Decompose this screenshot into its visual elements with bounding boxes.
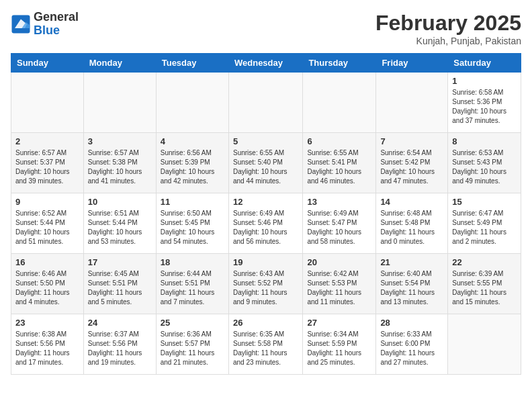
calendar-cell: 3Sunrise: 6:57 AM Sunset: 5:38 PM Daylig… (83, 133, 156, 193)
day-number: 17 (88, 257, 152, 267)
day-number: 13 (307, 197, 371, 207)
calendar-cell (228, 73, 302, 133)
calendar-cell: 27Sunrise: 6:34 AM Sunset: 5:59 PM Dayli… (303, 314, 376, 375)
day-number: 27 (307, 318, 371, 328)
calendar-cell (83, 73, 156, 133)
day-number: 18 (161, 257, 224, 267)
day-info: Sunrise: 6:39 AM Sunset: 5:55 PM Dayligh… (452, 269, 517, 307)
calendar-cell: 26Sunrise: 6:35 AM Sunset: 5:58 PM Dayli… (228, 314, 302, 375)
calendar-cell: 24Sunrise: 6:37 AM Sunset: 5:56 PM Dayli… (83, 314, 156, 375)
calendar-cell: 11Sunrise: 6:50 AM Sunset: 5:45 PM Dayli… (156, 193, 228, 254)
day-info: Sunrise: 6:57 AM Sunset: 5:37 PM Dayligh… (15, 148, 79, 186)
day-info: Sunrise: 6:35 AM Sunset: 5:58 PM Dayligh… (233, 330, 298, 367)
day-number: 2 (15, 136, 79, 146)
calendar-cell: 13Sunrise: 6:49 AM Sunset: 5:47 PM Dayli… (303, 193, 376, 254)
day-number: 5 (233, 136, 298, 146)
calendar-cell: 7Sunrise: 6:54 AM Sunset: 5:42 PM Daylig… (376, 133, 448, 193)
day-number: 26 (233, 318, 298, 328)
calendar-cell: 16Sunrise: 6:46 AM Sunset: 5:50 PM Dayli… (11, 254, 84, 314)
day-number: 7 (380, 136, 443, 146)
page-header: General Blue February 2025 Kunjah, Punja… (11, 11, 521, 46)
day-info: Sunrise: 6:55 AM Sunset: 5:41 PM Dayligh… (307, 148, 371, 186)
day-number: 10 (88, 197, 152, 207)
calendar-cell: 25Sunrise: 6:36 AM Sunset: 5:57 PM Dayli… (156, 314, 228, 375)
calendar-cell: 22Sunrise: 6:39 AM Sunset: 5:55 PM Dayli… (448, 254, 521, 314)
day-info: Sunrise: 6:53 AM Sunset: 5:43 PM Dayligh… (452, 148, 517, 186)
logo-icon (11, 14, 31, 34)
day-number: 20 (307, 257, 371, 267)
calendar-cell (156, 73, 228, 133)
day-info: Sunrise: 6:37 AM Sunset: 5:56 PM Dayligh… (88, 330, 152, 367)
calendar-week-row: 23Sunrise: 6:38 AM Sunset: 5:56 PM Dayli… (11, 314, 521, 375)
day-number: 25 (161, 318, 224, 328)
location: Kunjah, Punjab, Pakistan (375, 36, 521, 46)
calendar-week-row: 2Sunrise: 6:57 AM Sunset: 5:37 PM Daylig… (11, 133, 521, 193)
day-info: Sunrise: 6:49 AM Sunset: 5:47 PM Dayligh… (307, 209, 371, 246)
day-number: 15 (452, 197, 517, 207)
calendar-cell (303, 73, 376, 133)
calendar-week-row: 16Sunrise: 6:46 AM Sunset: 5:50 PM Dayli… (11, 254, 521, 314)
day-info: Sunrise: 6:48 AM Sunset: 5:48 PM Dayligh… (380, 209, 443, 246)
day-info: Sunrise: 6:58 AM Sunset: 5:36 PM Dayligh… (452, 88, 517, 126)
day-info: Sunrise: 6:36 AM Sunset: 5:57 PM Dayligh… (161, 330, 224, 367)
day-number: 6 (307, 136, 371, 146)
calendar-table: SundayMondayTuesdayWednesdayThursdayFrid… (11, 53, 521, 375)
day-number: 19 (233, 257, 298, 267)
logo-blue: Blue (34, 24, 79, 38)
day-info: Sunrise: 6:50 AM Sunset: 5:45 PM Dayligh… (161, 209, 224, 246)
day-number: 8 (452, 136, 517, 146)
calendar-cell: 6Sunrise: 6:55 AM Sunset: 5:41 PM Daylig… (303, 133, 376, 193)
day-info: Sunrise: 6:56 AM Sunset: 5:39 PM Dayligh… (161, 148, 224, 186)
weekday-header-tuesday: Tuesday (156, 54, 228, 73)
calendar-cell: 21Sunrise: 6:40 AM Sunset: 5:54 PM Dayli… (376, 254, 448, 314)
calendar-cell: 15Sunrise: 6:47 AM Sunset: 5:49 PM Dayli… (448, 193, 521, 254)
calendar-cell (11, 73, 84, 133)
weekday-header-wednesday: Wednesday (228, 54, 302, 73)
calendar-week-row: 9Sunrise: 6:52 AM Sunset: 5:44 PM Daylig… (11, 193, 521, 254)
calendar-cell: 14Sunrise: 6:48 AM Sunset: 5:48 PM Dayli… (376, 193, 448, 254)
day-number: 21 (380, 257, 443, 267)
calendar-week-row: 1Sunrise: 6:58 AM Sunset: 5:36 PM Daylig… (11, 73, 521, 133)
day-info: Sunrise: 6:38 AM Sunset: 5:56 PM Dayligh… (15, 330, 79, 367)
calendar-cell: 17Sunrise: 6:45 AM Sunset: 5:51 PM Dayli… (83, 254, 156, 314)
day-number: 9 (15, 197, 79, 207)
day-info: Sunrise: 6:43 AM Sunset: 5:52 PM Dayligh… (233, 269, 298, 307)
calendar-cell: 2Sunrise: 6:57 AM Sunset: 5:37 PM Daylig… (11, 133, 84, 193)
calendar-cell: 4Sunrise: 6:56 AM Sunset: 5:39 PM Daylig… (156, 133, 228, 193)
day-info: Sunrise: 6:42 AM Sunset: 5:53 PM Dayligh… (307, 269, 371, 307)
weekday-header-friday: Friday (376, 54, 448, 73)
day-number: 23 (15, 318, 79, 328)
day-number: 14 (380, 197, 443, 207)
weekday-header-sunday: Sunday (11, 54, 84, 73)
calendar-cell: 19Sunrise: 6:43 AM Sunset: 5:52 PM Dayli… (228, 254, 302, 314)
day-info: Sunrise: 6:47 AM Sunset: 5:49 PM Dayligh… (452, 209, 517, 246)
weekday-header-monday: Monday (83, 54, 156, 73)
day-number: 16 (15, 257, 79, 267)
day-number: 22 (452, 257, 517, 267)
day-info: Sunrise: 6:52 AM Sunset: 5:44 PM Dayligh… (15, 209, 79, 246)
day-info: Sunrise: 6:57 AM Sunset: 5:38 PM Dayligh… (88, 148, 152, 186)
month-title: February 2025 (375, 11, 521, 36)
day-number: 3 (88, 136, 152, 146)
day-info: Sunrise: 6:40 AM Sunset: 5:54 PM Dayligh… (380, 269, 443, 307)
day-info: Sunrise: 6:55 AM Sunset: 5:40 PM Dayligh… (233, 148, 298, 186)
calendar-cell: 12Sunrise: 6:49 AM Sunset: 5:46 PM Dayli… (228, 193, 302, 254)
calendar-cell: 28Sunrise: 6:33 AM Sunset: 6:00 PM Dayli… (376, 314, 448, 375)
logo-general: General (34, 11, 79, 24)
day-info: Sunrise: 6:34 AM Sunset: 5:59 PM Dayligh… (307, 330, 371, 367)
calendar-cell: 1Sunrise: 6:58 AM Sunset: 5:36 PM Daylig… (448, 73, 521, 133)
day-info: Sunrise: 6:54 AM Sunset: 5:42 PM Dayligh… (380, 148, 443, 186)
weekday-header-saturday: Saturday (448, 54, 521, 73)
day-number: 24 (88, 318, 152, 328)
day-number: 1 (452, 76, 517, 86)
logo-text: General Blue (34, 11, 79, 38)
day-number: 28 (380, 318, 443, 328)
calendar-cell: 8Sunrise: 6:53 AM Sunset: 5:43 PM Daylig… (448, 133, 521, 193)
calendar-cell (448, 314, 521, 375)
day-number: 12 (233, 197, 298, 207)
day-info: Sunrise: 6:45 AM Sunset: 5:51 PM Dayligh… (88, 269, 152, 307)
day-info: Sunrise: 6:33 AM Sunset: 6:00 PM Dayligh… (380, 330, 443, 367)
calendar-cell (376, 73, 448, 133)
day-info: Sunrise: 6:51 AM Sunset: 5:44 PM Dayligh… (88, 209, 152, 246)
day-info: Sunrise: 6:44 AM Sunset: 5:51 PM Dayligh… (161, 269, 224, 307)
